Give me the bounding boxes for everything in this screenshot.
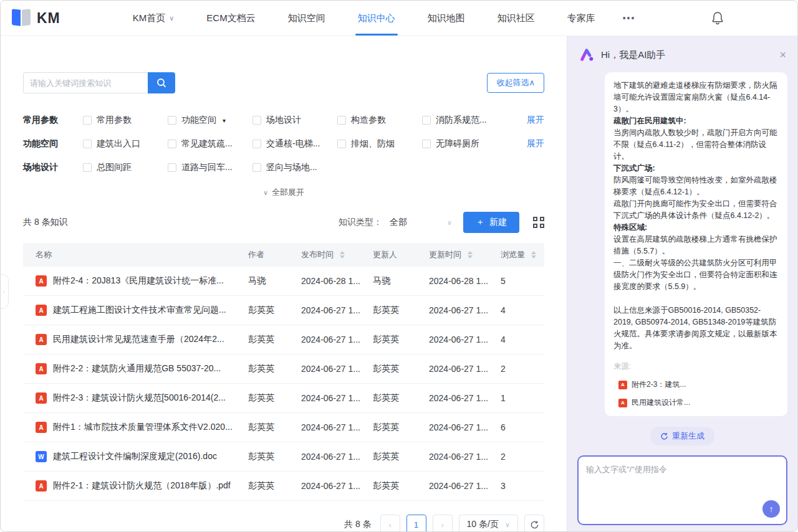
type-select[interactable]: 全部 ∨ bbox=[390, 217, 463, 228]
filter-option[interactable]: 消防系规范... bbox=[422, 115, 507, 126]
search-button[interactable] bbox=[148, 72, 175, 93]
doc-title[interactable]: 附件2-4：20J813《民用建筑设计统一标准... bbox=[53, 275, 224, 287]
side-drawer-handle[interactable]: ‹ bbox=[1, 274, 9, 309]
regenerate-button[interactable]: 重新生成 bbox=[650, 427, 714, 445]
book-logo-icon bbox=[12, 9, 31, 27]
doc-updater: 彭英英 bbox=[373, 363, 429, 374]
doc-title[interactable]: 民用建筑设计常见规范速查手册（2024年2... bbox=[53, 334, 224, 345]
table-row[interactable]: A民用建筑设计常见规范速查手册（2024年2... 彭英英 2024-06-27… bbox=[23, 325, 544, 354]
refresh-button[interactable] bbox=[524, 515, 544, 531]
doc-author: 马骁 bbox=[248, 275, 301, 287]
filter-option[interactable]: 场地设计 bbox=[252, 115, 337, 126]
doc-publish-time: 2024-06-27 1... bbox=[301, 393, 360, 403]
doc-update-time: 2024-06-27 1... bbox=[429, 481, 488, 491]
filter-option[interactable]: 构造参数 bbox=[337, 115, 422, 126]
doc-title[interactable]: 附件1：城市院技术质量管理体系文件V2.020... bbox=[53, 422, 233, 433]
notification-bell-icon[interactable] bbox=[711, 11, 724, 25]
doc-title[interactable]: 附件2-1：建筑设计防火规范（2018年版）.pdf bbox=[53, 480, 231, 492]
close-icon[interactable]: × bbox=[779, 49, 786, 60]
expand-all-link[interactable]: ∨全部展开 bbox=[23, 187, 544, 198]
ai-chat-scroll[interactable]: 地下建筑的避难走道楼梯应有防烟要求，防火隔墙可能允许设置固定窗扇防火窗（疑点6.… bbox=[567, 70, 797, 420]
nav-item-knowledge-map[interactable]: 知识地图 bbox=[411, 1, 481, 36]
nav-item-km-home[interactable]: KM首页 ∨ bbox=[117, 1, 191, 36]
doc-views: 4 bbox=[501, 305, 506, 315]
km-logo[interactable]: KM bbox=[1, 9, 75, 27]
collapse-filters-button[interactable]: 收起筛选∧ bbox=[487, 73, 544, 93]
checkbox[interactable] bbox=[168, 163, 176, 172]
caret-down-icon: ▾ bbox=[223, 117, 226, 124]
ai-input[interactable] bbox=[586, 464, 779, 508]
nav-item-ecm-docs[interactable]: ECM文档云 bbox=[190, 1, 271, 36]
doc-title[interactable]: 建筑工程施工图设计文件技术审查常见问题... bbox=[53, 305, 226, 316]
filter-option[interactable]: 总图间距 bbox=[83, 162, 168, 173]
next-page-button[interactable]: › bbox=[433, 515, 453, 531]
filter-option[interactable]: 无障碍厕所 bbox=[422, 138, 507, 150]
nav-more-icon[interactable]: ••• bbox=[612, 13, 647, 23]
nav-item-knowledge-center[interactable]: 知识中心 bbox=[342, 1, 411, 36]
table-row[interactable]: W建筑工程设计文件编制深度规定(2016).doc 彭英英 2024-06-27… bbox=[23, 442, 544, 472]
checkbox[interactable] bbox=[168, 116, 176, 125]
ai-footer: 重新生成 ↑ bbox=[567, 420, 797, 531]
nav-item-expert-library[interactable]: 专家库 bbox=[551, 1, 612, 36]
send-button[interactable]: ↑ bbox=[762, 500, 780, 518]
ai-paragraph: 地下建筑的避难走道楼梯应有防烟要求，防火隔墙可能允许设置固定窗扇防火窗（疑点6.… bbox=[613, 80, 779, 115]
nav-item-knowledge-community[interactable]: 知识社区 bbox=[481, 1, 551, 36]
table-row[interactable]: A附件1：城市院技术质量管理体系文件V2.020... 彭英英 2024-06-… bbox=[23, 413, 544, 442]
doc-update-time: 2024-06-28 1... bbox=[429, 276, 488, 286]
checkbox[interactable] bbox=[83, 163, 92, 172]
search-input[interactable] bbox=[23, 72, 148, 93]
table-row[interactable]: A建筑工程施工图设计文件技术审查常见问题... 彭英英 2024-06-27 1… bbox=[23, 296, 544, 325]
ai-paragraph: 疏散门在民用建筑中: bbox=[613, 115, 779, 127]
filter-option[interactable]: 建筑出入口 bbox=[83, 138, 168, 150]
doc-updater: 马骁 bbox=[373, 275, 429, 287]
table-row[interactable]: A附件2-1：建筑设计防火规范（2018年版）.pdf 彭英英 2024-06-… bbox=[23, 472, 544, 501]
search-box bbox=[23, 72, 175, 93]
expand-link[interactable]: 展开 bbox=[527, 138, 544, 150]
doc-update-time: 2024-06-27 1... bbox=[429, 364, 488, 374]
prev-page-button[interactable]: ‹ bbox=[380, 515, 400, 531]
sources-label: 来源: bbox=[613, 361, 779, 373]
checkbox[interactable] bbox=[83, 116, 92, 125]
filter-option[interactable]: 排烟、防烟 bbox=[337, 138, 422, 150]
knowledge-table: 名称 作者 发布时间 更新人 更新时间 浏览量 A附件2-4：20J813《民用… bbox=[23, 243, 544, 501]
doc-update-time: 2024-06-27 1... bbox=[429, 422, 488, 432]
filter-option[interactable]: 功能空间▾ bbox=[168, 115, 252, 126]
checkbox[interactable] bbox=[252, 163, 261, 172]
table-row[interactable]: A附件2-4：20J813《民用建筑设计统一标准... 马骁 2024-06-2… bbox=[23, 267, 544, 296]
chevron-left-icon: ‹ bbox=[3, 288, 5, 295]
source-item[interactable]: A 民用建筑设计常... bbox=[613, 397, 779, 409]
new-knowledge-button[interactable]: ＋ 新建 bbox=[463, 212, 519, 233]
checkbox[interactable] bbox=[168, 140, 176, 148]
sort-icon[interactable] bbox=[531, 251, 536, 259]
doc-author: 彭英英 bbox=[248, 451, 301, 462]
filter-option[interactable]: 交通核-电梯... bbox=[252, 138, 337, 150]
sort-icon[interactable] bbox=[468, 251, 473, 259]
source-title: 民用建筑设计常... bbox=[632, 397, 690, 409]
table-row[interactable]: A附件2-2：建筑防火通用规范GB 55037-20... 彭英英 2024-0… bbox=[23, 354, 544, 384]
checkbox[interactable] bbox=[337, 116, 346, 125]
source-item[interactable]: A 附件2-3：建筑... bbox=[613, 379, 779, 391]
filter-option[interactable]: 道路与回车... bbox=[168, 162, 252, 173]
checkbox[interactable] bbox=[422, 140, 431, 148]
doc-title[interactable]: 附件2-2：建筑防火通用规范GB 55037-20... bbox=[53, 363, 221, 374]
expand-link[interactable]: 展开 bbox=[527, 115, 544, 126]
page-size-select[interactable]: 10 条/页 ∨ bbox=[459, 515, 518, 531]
checkbox[interactable] bbox=[252, 140, 261, 148]
checkbox[interactable] bbox=[83, 140, 92, 148]
doc-title[interactable]: 附件2-3：建筑设计防火规范[50016-2014(2... bbox=[53, 392, 226, 404]
checkbox[interactable] bbox=[422, 116, 431, 125]
checkbox[interactable] bbox=[252, 116, 261, 125]
doc-views: 1 bbox=[501, 393, 506, 403]
filter-option[interactable]: 竖向与场地... bbox=[252, 162, 337, 173]
checkbox[interactable] bbox=[337, 140, 346, 148]
sort-icon[interactable] bbox=[340, 251, 345, 259]
search-icon bbox=[156, 78, 166, 88]
pdf-file-icon: A bbox=[36, 275, 47, 287]
table-row[interactable]: A附件2-3：建筑设计防火规范[50016-2014(2... 彭英英 2024… bbox=[23, 384, 544, 413]
filter-option[interactable]: 常见建筑疏... bbox=[168, 138, 252, 150]
page-number-button[interactable]: 1 bbox=[406, 515, 426, 531]
doc-title[interactable]: 建筑工程设计文件编制深度规定(2016).doc bbox=[53, 451, 217, 462]
filter-option[interactable]: 常用参数 bbox=[83, 115, 168, 126]
nav-item-knowledge-space[interactable]: 知识空间 bbox=[272, 1, 342, 36]
card-view-toggle-icon[interactable] bbox=[533, 217, 544, 228]
